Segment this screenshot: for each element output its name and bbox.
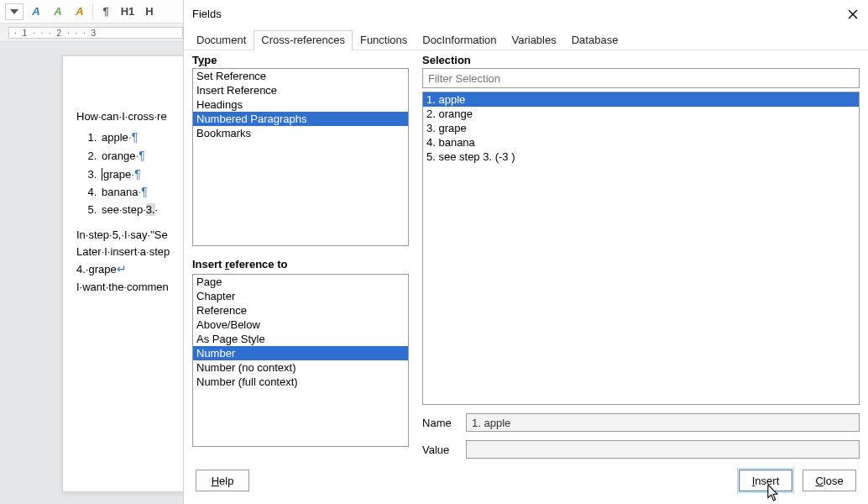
reference-list-item[interactable]: Above/Below xyxy=(193,318,408,332)
type-list-item[interactable]: Set Reference xyxy=(193,69,408,83)
selection-list-item[interactable]: 2. orange xyxy=(423,107,859,121)
value-label: Value xyxy=(422,444,459,456)
reference-list-item[interactable]: Chapter xyxy=(193,289,408,303)
reference-list-item[interactable]: Number (full context) xyxy=(193,375,408,389)
type-list-item[interactable]: Insert Reference xyxy=(193,83,408,97)
close-button[interactable]: Close xyxy=(803,470,856,491)
tab-functions[interactable]: Functions xyxy=(353,30,415,50)
style-dropdown-arrow[interactable] xyxy=(5,3,24,20)
type-list-item[interactable]: Numbered Paragraphs xyxy=(193,112,408,126)
tab-database[interactable]: Database xyxy=(564,30,626,50)
ruler-scale: · 1 · · · 2 · · · 3 xyxy=(8,27,183,39)
type-list-item[interactable]: Headings xyxy=(193,97,408,112)
selection-list-item[interactable]: 1. apple xyxy=(423,92,859,107)
type-listbox[interactable]: Set ReferenceInsert ReferenceHeadingsNum… xyxy=(192,68,409,246)
highlight-style-a2-icon[interactable]: A xyxy=(49,3,67,21)
filter-selection-input[interactable] xyxy=(422,68,860,88)
type-list-item[interactable]: Bookmarks xyxy=(193,126,408,140)
heading1-icon[interactable]: H1 xyxy=(118,3,137,21)
app-background: A A A ¶ H1 H · 1 · · · 2 · · · 3 How·can… xyxy=(0,0,868,504)
ruler[interactable]: · 1 · · · 2 · · · 3 xyxy=(0,24,185,42)
dialog-titlebar[interactable]: Fields xyxy=(184,0,868,29)
dialog-tabs: Document Cross-references Functions DocI… xyxy=(184,29,868,50)
close-icon[interactable] xyxy=(846,8,860,21)
tab-docinformation[interactable]: DocInformation xyxy=(415,30,504,50)
dialog-footer: Help Insert Close xyxy=(184,465,868,496)
selection-label: Selection xyxy=(422,54,860,66)
insert-reference-to-label: Insert reference to xyxy=(192,258,409,270)
reference-list-item[interactable]: As Page Style xyxy=(193,332,408,346)
value-field xyxy=(466,440,860,459)
highlight-style-a1-icon[interactable]: A xyxy=(27,3,45,21)
reference-list-item[interactable]: Number xyxy=(193,346,408,360)
highlight-style-a3-icon[interactable]: A xyxy=(71,3,89,21)
help-button[interactable]: Help xyxy=(196,470,249,491)
tab-document[interactable]: Document xyxy=(189,30,254,50)
reference-list-item[interactable]: Page xyxy=(193,275,408,289)
selection-list-item[interactable]: 5. see step 3. (-3 ) xyxy=(423,150,859,164)
dialog-title-text: Fields xyxy=(192,8,846,20)
selection-list-item[interactable]: 3. grape xyxy=(423,121,859,135)
tab-cross-references[interactable]: Cross-references xyxy=(254,30,353,50)
reference-list-item[interactable]: Reference xyxy=(193,303,408,318)
heading2-icon[interactable]: H xyxy=(140,3,159,21)
fields-dialog: Fields Document Cross-references Functio… xyxy=(183,0,868,504)
selection-listbox[interactable]: 1. apple2. orange3. grape4. banana5. see… xyxy=(422,92,860,405)
reference-list-item[interactable]: Number (no context) xyxy=(193,360,408,375)
tab-variables[interactable]: Variables xyxy=(504,30,563,50)
name-field[interactable] xyxy=(466,413,860,432)
name-label: Name xyxy=(422,417,459,429)
insert-reference-to-listbox[interactable]: PageChapterReferenceAbove/BelowAs Page S… xyxy=(192,274,409,447)
toolbar-fragment: A A A ¶ H1 H xyxy=(0,0,185,24)
formatting-marks-icon[interactable]: ¶ xyxy=(97,3,115,21)
selection-list-item[interactable]: 4. banana xyxy=(423,135,859,150)
insert-button[interactable]: Insert xyxy=(739,470,792,491)
type-label: Type xyxy=(192,54,409,66)
